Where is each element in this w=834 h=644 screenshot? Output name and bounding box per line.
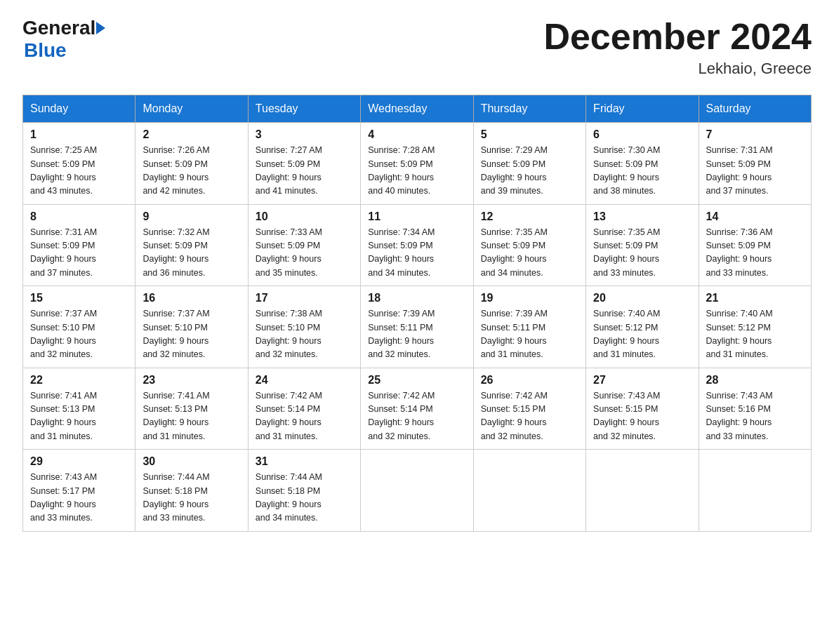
day-info: Sunrise: 7:43 AMSunset: 5:16 PMDaylight:… (706, 389, 804, 444)
col-wednesday: Wednesday (361, 95, 473, 123)
week-row-5: 29 Sunrise: 7:43 AMSunset: 5:17 PMDaylig… (23, 450, 812, 532)
table-cell: 28 Sunrise: 7:43 AMSunset: 5:16 PMDaylig… (699, 368, 811, 450)
table-cell: 19 Sunrise: 7:39 AMSunset: 5:11 PMDaylig… (473, 286, 585, 368)
logo-general-text: General (22, 17, 95, 39)
day-number: 25 (368, 374, 465, 387)
table-cell: 3 Sunrise: 7:27 AMSunset: 5:09 PMDayligh… (248, 123, 360, 205)
day-number: 31 (256, 455, 353, 468)
table-cell: 20 Sunrise: 7:40 AMSunset: 5:12 PMDaylig… (586, 286, 699, 368)
table-cell: 16 Sunrise: 7:37 AMSunset: 5:10 PMDaylig… (135, 286, 248, 368)
day-info: Sunrise: 7:31 AMSunset: 5:09 PMDaylight:… (30, 226, 128, 281)
day-info: Sunrise: 7:27 AMSunset: 5:09 PMDaylight:… (256, 144, 353, 199)
table-cell: 14 Sunrise: 7:36 AMSunset: 5:09 PMDaylig… (699, 204, 811, 286)
table-cell: 9 Sunrise: 7:32 AMSunset: 5:09 PMDayligh… (135, 204, 248, 286)
day-info: Sunrise: 7:35 AMSunset: 5:09 PMDaylight:… (481, 226, 578, 281)
table-cell: 22 Sunrise: 7:41 AMSunset: 5:13 PMDaylig… (23, 368, 135, 450)
day-number: 20 (593, 292, 691, 304)
day-info: Sunrise: 7:28 AMSunset: 5:09 PMDaylight:… (368, 144, 465, 199)
logo-triangle-icon (96, 22, 105, 34)
day-number: 10 (256, 210, 353, 223)
day-number: 1 (30, 128, 128, 141)
col-sunday: Sunday (23, 95, 135, 123)
day-info: Sunrise: 7:25 AMSunset: 5:09 PMDaylight:… (30, 144, 128, 199)
month-title: December 2024 (543, 17, 812, 57)
day-info: Sunrise: 7:37 AMSunset: 5:10 PMDaylight:… (143, 307, 240, 362)
day-info: Sunrise: 7:44 AMSunset: 5:18 PMDaylight:… (256, 471, 353, 525)
day-number: 17 (256, 292, 353, 304)
day-number: 26 (481, 374, 578, 387)
location: Lekhaio, Greece (543, 60, 812, 78)
table-cell: 12 Sunrise: 7:35 AMSunset: 5:09 PMDaylig… (473, 204, 585, 286)
day-number: 7 (706, 128, 804, 141)
day-info: Sunrise: 7:34 AMSunset: 5:09 PMDaylight:… (368, 226, 465, 281)
day-info: Sunrise: 7:32 AMSunset: 5:09 PMDaylight:… (143, 226, 240, 281)
table-cell: 24 Sunrise: 7:42 AMSunset: 5:14 PMDaylig… (248, 368, 360, 450)
day-info: Sunrise: 7:30 AMSunset: 5:09 PMDaylight:… (593, 144, 691, 199)
table-cell: 25 Sunrise: 7:42 AMSunset: 5:14 PMDaylig… (361, 368, 473, 450)
table-cell: 2 Sunrise: 7:26 AMSunset: 5:09 PMDayligh… (135, 123, 248, 205)
table-cell: 15 Sunrise: 7:37 AMSunset: 5:10 PMDaylig… (23, 286, 135, 368)
day-number: 13 (593, 210, 691, 223)
day-info: Sunrise: 7:43 AMSunset: 5:17 PMDaylight:… (30, 471, 128, 525)
table-cell: 4 Sunrise: 7:28 AMSunset: 5:09 PMDayligh… (361, 123, 473, 205)
table-cell: 10 Sunrise: 7:33 AMSunset: 5:09 PMDaylig… (248, 204, 360, 286)
day-info: Sunrise: 7:40 AMSunset: 5:12 PMDaylight:… (593, 307, 691, 362)
table-cell (699, 450, 811, 532)
day-number: 22 (30, 374, 128, 387)
day-info: Sunrise: 7:35 AMSunset: 5:09 PMDaylight:… (593, 226, 691, 281)
day-info: Sunrise: 7:29 AMSunset: 5:09 PMDaylight:… (481, 144, 578, 199)
col-saturday: Saturday (699, 95, 811, 123)
day-info: Sunrise: 7:42 AMSunset: 5:14 PMDaylight:… (368, 389, 465, 444)
table-cell: 23 Sunrise: 7:41 AMSunset: 5:13 PMDaylig… (135, 368, 248, 450)
day-number: 2 (143, 128, 240, 141)
table-cell: 17 Sunrise: 7:38 AMSunset: 5:10 PMDaylig… (248, 286, 360, 368)
day-number: 8 (30, 210, 128, 223)
day-info: Sunrise: 7:26 AMSunset: 5:09 PMDaylight:… (143, 144, 240, 199)
day-number: 29 (30, 455, 128, 468)
week-row-2: 8 Sunrise: 7:31 AMSunset: 5:09 PMDayligh… (23, 204, 812, 286)
table-cell: 11 Sunrise: 7:34 AMSunset: 5:09 PMDaylig… (361, 204, 473, 286)
table-cell: 31 Sunrise: 7:44 AMSunset: 5:18 PMDaylig… (248, 450, 360, 532)
day-info: Sunrise: 7:33 AMSunset: 5:09 PMDaylight:… (256, 226, 353, 281)
calendar-table: Sunday Monday Tuesday Wednesday Thursday… (22, 95, 812, 532)
day-info: Sunrise: 7:41 AMSunset: 5:13 PMDaylight:… (30, 389, 128, 444)
day-info: Sunrise: 7:40 AMSunset: 5:12 PMDaylight:… (706, 307, 804, 362)
day-info: Sunrise: 7:39 AMSunset: 5:11 PMDaylight:… (368, 307, 465, 362)
table-cell: 21 Sunrise: 7:40 AMSunset: 5:12 PMDaylig… (699, 286, 811, 368)
day-number: 12 (481, 210, 578, 223)
day-number: 9 (143, 210, 240, 223)
col-monday: Monday (135, 95, 248, 123)
col-thursday: Thursday (473, 95, 585, 123)
table-cell: 5 Sunrise: 7:29 AMSunset: 5:09 PMDayligh… (473, 123, 585, 205)
day-info: Sunrise: 7:39 AMSunset: 5:11 PMDaylight:… (481, 307, 578, 362)
day-number: 11 (368, 210, 465, 223)
table-cell: 26 Sunrise: 7:42 AMSunset: 5:15 PMDaylig… (473, 368, 585, 450)
day-info: Sunrise: 7:37 AMSunset: 5:10 PMDaylight:… (30, 307, 128, 362)
table-cell: 13 Sunrise: 7:35 AMSunset: 5:09 PMDaylig… (586, 204, 699, 286)
table-cell (361, 450, 473, 532)
table-cell (586, 450, 699, 532)
day-info: Sunrise: 7:43 AMSunset: 5:15 PMDaylight:… (593, 389, 691, 444)
day-number: 19 (481, 292, 578, 304)
logo: General Blue (22, 17, 107, 62)
col-friday: Friday (586, 95, 699, 123)
logo-blue-text: Blue (24, 39, 67, 61)
week-row-4: 22 Sunrise: 7:41 AMSunset: 5:13 PMDaylig… (23, 368, 812, 450)
day-number: 15 (30, 292, 128, 304)
day-number: 5 (481, 128, 578, 141)
day-info: Sunrise: 7:44 AMSunset: 5:18 PMDaylight:… (143, 471, 240, 525)
day-number: 27 (593, 374, 691, 387)
table-cell: 29 Sunrise: 7:43 AMSunset: 5:17 PMDaylig… (23, 450, 135, 532)
col-tuesday: Tuesday (248, 95, 360, 123)
table-cell: 18 Sunrise: 7:39 AMSunset: 5:11 PMDaylig… (361, 286, 473, 368)
page-header: General Blue December 2024 Lekhaio, Gree… (22, 17, 812, 78)
day-number: 6 (593, 128, 691, 141)
table-cell: 6 Sunrise: 7:30 AMSunset: 5:09 PMDayligh… (586, 123, 699, 205)
day-number: 23 (143, 374, 240, 387)
table-cell: 8 Sunrise: 7:31 AMSunset: 5:09 PMDayligh… (23, 204, 135, 286)
table-cell (473, 450, 585, 532)
week-row-3: 15 Sunrise: 7:37 AMSunset: 5:10 PMDaylig… (23, 286, 812, 368)
day-info: Sunrise: 7:38 AMSunset: 5:10 PMDaylight:… (256, 307, 353, 362)
day-number: 14 (706, 210, 804, 223)
day-number: 30 (143, 455, 240, 468)
